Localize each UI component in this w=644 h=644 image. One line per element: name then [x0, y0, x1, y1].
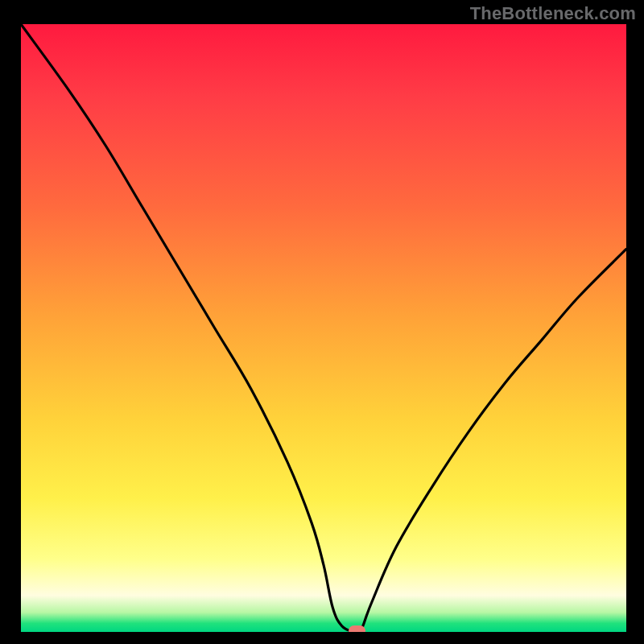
- attribution-label: TheBottleneck.com: [470, 3, 636, 24]
- plot-area: [21, 24, 626, 632]
- optimal-marker: [349, 625, 365, 632]
- chart-frame: TheBottleneck.com: [0, 0, 644, 644]
- bottleneck-curve: [21, 24, 626, 632]
